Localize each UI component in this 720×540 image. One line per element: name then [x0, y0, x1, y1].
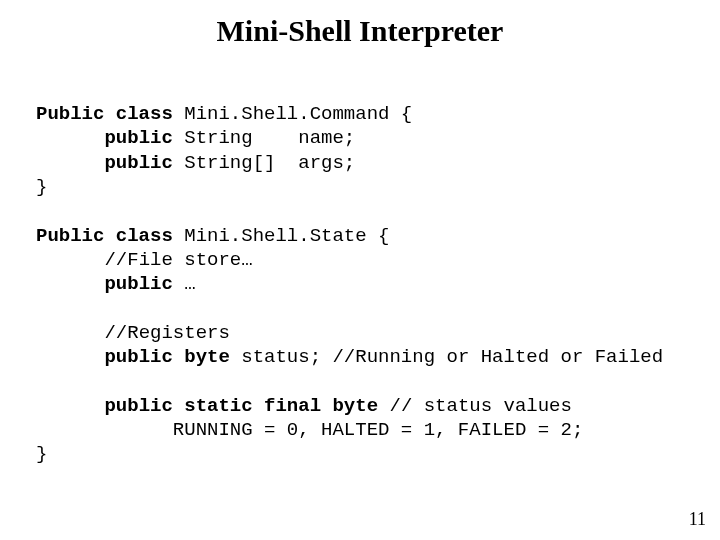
code-text: … — [173, 273, 196, 295]
page-title: Mini-Shell Interpreter — [0, 0, 720, 58]
comment: //Registers — [104, 322, 229, 344]
keyword: Public class — [36, 225, 173, 247]
comment: //File store… — [104, 249, 252, 271]
keyword: Public class — [36, 103, 173, 125]
code-text: Mini.Shell.State { — [173, 225, 390, 247]
code-block: Public class Mini.Shell.Command { public… — [0, 58, 720, 467]
code-text: RUNNING = 0, HALTED = 1, FAILED = 2; — [173, 419, 583, 441]
code-text: status; //Running or Halted or Failed — [230, 346, 663, 368]
code-text: String name; — [173, 127, 355, 149]
code-text: // status values — [378, 395, 572, 417]
keyword: public — [104, 152, 172, 174]
keyword: public — [104, 273, 172, 295]
page-number: 11 — [689, 509, 706, 530]
code-text: } — [36, 443, 47, 465]
keyword: public byte — [104, 346, 229, 368]
slide: Mini-Shell Interpreter Public class Mini… — [0, 0, 720, 540]
code-text: Mini.Shell.Command { — [173, 103, 412, 125]
keyword: public — [104, 127, 172, 149]
code-text: } — [36, 176, 47, 198]
code-text: String[] args; — [173, 152, 355, 174]
keyword: public static final byte — [104, 395, 378, 417]
